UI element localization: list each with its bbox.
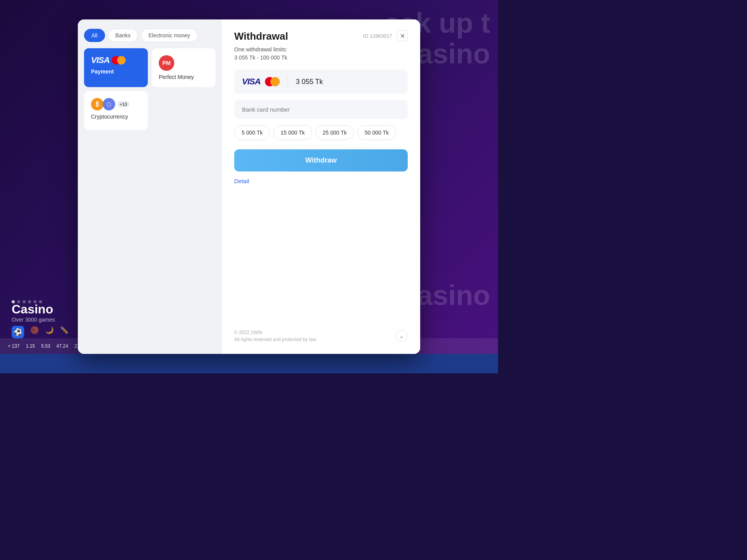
amount-display: VISA 3 055 Tk <box>234 70 408 94</box>
payment-row-2: ₿ ⬡ +13 Cryptocurrency <box>84 91 216 130</box>
card-number-input[interactable] <box>234 100 408 119</box>
tab-all[interactable]: All <box>84 29 105 42</box>
visa-logo: VISA <box>91 55 126 65</box>
amount-value: 3 055 Tk <box>296 78 323 86</box>
crypto-more-count: +13 <box>117 101 130 107</box>
amount-visa-text: VISA <box>242 77 260 87</box>
modal-header-right: ID 11963017 ✕ <box>363 30 408 41</box>
modal-header: Withdrawal ID 11963017 ✕ <box>234 30 408 42</box>
filter-tabs: All Banks Electronic money <box>84 29 216 42</box>
amount-divider <box>288 76 288 88</box>
quick-amount-15000[interactable]: 15 000 Tk <box>273 125 312 140</box>
amount-mastercard <box>265 77 280 86</box>
visa-text: VISA <box>91 55 109 65</box>
crypto-logos: ₿ ⬡ +13 <box>91 98 130 110</box>
payment-card-perfect-money[interactable]: PM Perfect Money <box>152 48 216 87</box>
modal-id: ID 11963017 <box>363 33 392 39</box>
modal-footer: © 2022 1WIN All rights reserved and prot… <box>234 313 408 343</box>
quick-amount-5000[interactable]: 5 000 Tk <box>234 125 270 140</box>
modal-right-panel: Withdrawal ID 11963017 ✕ One withdrawal … <box>222 19 420 354</box>
withdrawal-modal: All Banks Electronic money VISA <box>78 19 420 354</box>
perfect-money-label: Perfect Money <box>159 74 194 80</box>
detail-link[interactable]: Detail <box>234 178 408 184</box>
mastercard-icon <box>112 56 126 65</box>
payment-methods-grid: VISA Payment PM Perfect Money <box>84 48 216 130</box>
mc-circle-orange <box>117 56 126 65</box>
crypto-label: Cryptocurrency <box>91 114 128 120</box>
btc-icon: ₿ <box>91 98 103 110</box>
amount-mc-orange <box>270 77 280 86</box>
payment-card-visa[interactable]: VISA Payment <box>84 48 148 87</box>
chevron-down-button[interactable]: ⌄ <box>395 330 408 342</box>
quick-amount-50000[interactable]: 50 000 Tk <box>357 125 396 140</box>
quick-amounts: 5 000 Tk 15 000 Tk 25 000 Tk 50 000 Tk <box>234 125 408 140</box>
tab-banks[interactable]: Banks <box>108 29 138 42</box>
eth-icon: ⬡ <box>103 98 115 110</box>
visa-payment-label: Payment <box>91 68 114 75</box>
modal-left-panel: All Banks Electronic money VISA <box>78 19 222 354</box>
payment-row-1: VISA Payment PM Perfect Money <box>84 48 216 87</box>
modal-backdrop: All Banks Electronic money VISA <box>0 0 498 373</box>
close-button[interactable]: ✕ <box>397 30 408 41</box>
payment-card-crypto[interactable]: ₿ ⬡ +13 Cryptocurrency <box>84 91 148 130</box>
quick-amount-25000[interactable]: 25 000 Tk <box>315 125 354 140</box>
pm-logo: PM <box>159 55 174 71</box>
footer-text: © 2022 1WIN All rights reserved and prot… <box>234 329 317 343</box>
modal-title: Withdrawal <box>234 30 288 42</box>
tab-electronic-money[interactable]: Electronic money <box>141 29 197 42</box>
withdraw-button[interactable]: Withdraw <box>234 149 408 172</box>
withdrawal-limits: One withdrawal limits: 3 055 Tk - 100 00… <box>234 46 408 62</box>
